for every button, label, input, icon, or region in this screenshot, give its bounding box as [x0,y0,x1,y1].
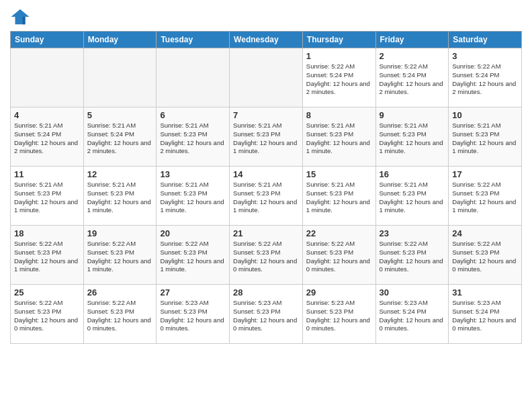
day-info: Sunrise: 5:23 AMSunset: 5:23 PMDaylight:… [160,299,226,333]
calendar-cell: 21Sunrise: 5:22 AMSunset: 5:23 PMDayligh… [230,226,303,285]
weekday-header-monday: Monday [83,32,157,48]
weekday-header-wednesday: Wednesday [230,32,303,48]
day-number: 9 [380,110,445,120]
calendar-cell [83,48,157,107]
day-info: Sunrise: 5:21 AMSunset: 5:23 PMDaylight:… [233,181,299,215]
day-info: Sunrise: 5:21 AMSunset: 5:23 PMDaylight:… [160,181,226,215]
calendar-cell: 6Sunrise: 5:21 AMSunset: 5:23 PMDaylight… [157,107,230,167]
day-info: Sunrise: 5:21 AMSunset: 5:23 PMDaylight:… [160,122,226,156]
day-number: 23 [380,228,445,238]
day-info: Sunrise: 5:21 AMSunset: 5:24 PMDaylight:… [14,122,80,156]
day-info: Sunrise: 5:21 AMSunset: 5:23 PMDaylight:… [380,181,445,215]
calendar-cell: 18Sunrise: 5:22 AMSunset: 5:23 PMDayligh… [11,226,84,285]
calendar: SundayMondayTuesdayWednesdayThursdayFrid… [10,31,522,344]
day-info: Sunrise: 5:21 AMSunset: 5:23 PMDaylight:… [14,181,80,215]
day-number: 2 [380,51,445,61]
calendar-cell [230,48,303,107]
day-number: 22 [306,228,372,238]
day-info: Sunrise: 5:21 AMSunset: 5:23 PMDaylight:… [380,122,445,156]
day-info: Sunrise: 5:22 AMSunset: 5:23 PMDaylight:… [452,240,518,274]
day-info: Sunrise: 5:22 AMSunset: 5:24 PMDaylight:… [452,62,518,97]
day-info: Sunrise: 5:22 AMSunset: 5:23 PMDaylight:… [233,240,299,274]
day-info: Sunrise: 5:22 AMSunset: 5:23 PMDaylight:… [160,240,226,274]
calendar-cell: 5Sunrise: 5:21 AMSunset: 5:24 PMDaylight… [83,107,157,167]
calendar-cell: 14Sunrise: 5:21 AMSunset: 5:23 PMDayligh… [230,167,303,226]
calendar-cell: 12Sunrise: 5:21 AMSunset: 5:23 PMDayligh… [83,167,157,226]
day-number: 3 [452,51,518,61]
day-number: 8 [306,110,372,120]
day-number: 12 [87,169,153,179]
day-number: 13 [160,169,226,179]
calendar-cell: 8Sunrise: 5:21 AMSunset: 5:23 PMDaylight… [302,107,375,167]
calendar-cell: 23Sunrise: 5:22 AMSunset: 5:23 PMDayligh… [375,226,449,285]
day-info: Sunrise: 5:21 AMSunset: 5:23 PMDaylight:… [306,181,372,215]
svg-marker-0 [11,9,30,25]
day-number: 26 [87,287,153,298]
calendar-cell: 27Sunrise: 5:23 AMSunset: 5:23 PMDayligh… [157,285,230,344]
calendar-cell: 25Sunrise: 5:22 AMSunset: 5:23 PMDayligh… [11,285,84,344]
weekday-header-friday: Friday [375,32,449,48]
calendar-cell: 29Sunrise: 5:23 AMSunset: 5:23 PMDayligh… [302,285,375,344]
day-number: 7 [233,110,299,120]
day-number: 30 [380,287,445,298]
day-info: Sunrise: 5:22 AMSunset: 5:23 PMDaylight:… [380,240,445,274]
weekday-header-sunday: Sunday [11,32,84,48]
weekday-header-tuesday: Tuesday [157,32,230,48]
calendar-cell: 30Sunrise: 5:23 AMSunset: 5:24 PMDayligh… [375,285,449,344]
day-info: Sunrise: 5:21 AMSunset: 5:24 PMDaylight:… [87,122,153,156]
day-number: 15 [306,169,372,179]
day-number: 19 [87,228,153,238]
calendar-cell: 31Sunrise: 5:23 AMSunset: 5:24 PMDayligh… [449,285,522,344]
day-info: Sunrise: 5:22 AMSunset: 5:24 PMDaylight:… [306,62,372,97]
day-info: Sunrise: 5:22 AMSunset: 5:23 PMDaylight:… [452,181,518,215]
calendar-cell: 10Sunrise: 5:21 AMSunset: 5:23 PMDayligh… [449,107,522,167]
calendar-cell: 26Sunrise: 5:22 AMSunset: 5:23 PMDayligh… [83,285,157,344]
day-number: 27 [160,287,226,298]
day-number: 14 [233,169,299,179]
day-number: 18 [14,228,80,238]
logo-icon [10,7,30,27]
day-number: 10 [452,110,518,120]
day-info: Sunrise: 5:22 AMSunset: 5:23 PMDaylight:… [87,299,153,333]
day-info: Sunrise: 5:23 AMSunset: 5:24 PMDaylight:… [452,299,518,333]
day-number: 24 [452,228,518,238]
day-info: Sunrise: 5:23 AMSunset: 5:24 PMDaylight:… [380,299,445,333]
calendar-cell: 4Sunrise: 5:21 AMSunset: 5:24 PMDaylight… [11,107,84,167]
day-number: 11 [14,169,80,179]
calendar-cell: 16Sunrise: 5:21 AMSunset: 5:23 PMDayligh… [375,167,449,226]
day-number: 31 [452,287,518,298]
day-info: Sunrise: 5:22 AMSunset: 5:23 PMDaylight:… [87,240,153,274]
calendar-cell: 11Sunrise: 5:21 AMSunset: 5:23 PMDayligh… [11,167,84,226]
day-number: 17 [452,169,518,179]
day-info: Sunrise: 5:22 AMSunset: 5:23 PMDaylight:… [14,299,80,333]
calendar-cell: 9Sunrise: 5:21 AMSunset: 5:23 PMDaylight… [375,107,449,167]
weekday-header-saturday: Saturday [449,32,522,48]
calendar-cell: 20Sunrise: 5:22 AMSunset: 5:23 PMDayligh… [157,226,230,285]
day-number: 16 [380,169,445,179]
day-number: 20 [160,228,226,238]
day-number: 1 [306,51,372,61]
day-info: Sunrise: 5:21 AMSunset: 5:23 PMDaylight:… [233,122,299,156]
day-info: Sunrise: 5:22 AMSunset: 5:23 PMDaylight:… [306,240,372,274]
day-info: Sunrise: 5:21 AMSunset: 5:23 PMDaylight:… [452,122,518,156]
day-info: Sunrise: 5:22 AMSunset: 5:23 PMDaylight:… [14,240,80,274]
day-number: 4 [14,110,80,120]
day-number: 21 [233,228,299,238]
calendar-cell: 1Sunrise: 5:22 AMSunset: 5:24 PMDaylight… [302,48,375,107]
header [10,7,522,27]
day-info: Sunrise: 5:23 AMSunset: 5:23 PMDaylight:… [306,299,372,333]
day-number: 28 [233,287,299,298]
calendar-cell [11,48,84,107]
day-number: 25 [14,287,80,298]
calendar-cell: 24Sunrise: 5:22 AMSunset: 5:23 PMDayligh… [449,226,522,285]
calendar-cell: 15Sunrise: 5:21 AMSunset: 5:23 PMDayligh… [302,167,375,226]
day-info: Sunrise: 5:21 AMSunset: 5:23 PMDaylight:… [306,122,372,156]
day-info: Sunrise: 5:22 AMSunset: 5:24 PMDaylight:… [380,62,445,97]
calendar-cell: 2Sunrise: 5:22 AMSunset: 5:24 PMDaylight… [375,48,449,107]
calendar-cell: 17Sunrise: 5:22 AMSunset: 5:23 PMDayligh… [449,167,522,226]
day-number: 5 [87,110,153,120]
weekday-header-thursday: Thursday [302,32,375,48]
calendar-cell: 7Sunrise: 5:21 AMSunset: 5:23 PMDaylight… [230,107,303,167]
day-info: Sunrise: 5:21 AMSunset: 5:23 PMDaylight:… [87,181,153,215]
calendar-cell: 13Sunrise: 5:21 AMSunset: 5:23 PMDayligh… [157,167,230,226]
